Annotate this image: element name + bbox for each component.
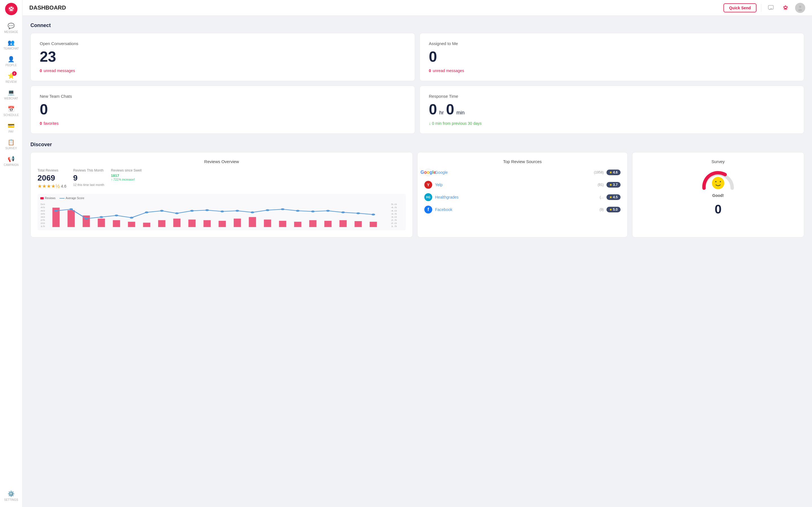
svg-text:45: 45 xyxy=(40,206,45,209)
favorites-count: 0 xyxy=(40,121,42,126)
brand-icon-button[interactable] xyxy=(780,3,791,13)
chat-icon xyxy=(768,5,774,11)
legend-reviews: Reviews xyxy=(40,196,56,200)
source-item-google: Google Google (1958) ★ 4.6 xyxy=(424,168,620,176)
open-conv-value: 23 xyxy=(40,49,406,64)
svg-rect-39 xyxy=(204,220,211,227)
svg-text:35: 35 xyxy=(40,213,45,215)
sidebar-item-schedule[interactable]: 📅SCHEDULE xyxy=(2,103,20,119)
svg-rect-36 xyxy=(158,220,165,227)
svg-rect-44 xyxy=(279,221,287,227)
yelp-logo: Y xyxy=(424,181,432,189)
source-name-facebook[interactable]: Facebook xyxy=(435,207,597,212)
team-chats-value: 0 xyxy=(40,102,406,117)
legend-pink-dot xyxy=(40,197,44,200)
sidebar-item-webchat[interactable]: 💻WEBCHAT xyxy=(2,86,20,103)
survey-label: SURVEY xyxy=(5,147,17,150)
facebook-logo: f xyxy=(424,206,432,214)
reviews-month-value: 9 xyxy=(73,173,104,182)
chat-icon-button[interactable] xyxy=(766,3,776,13)
header-divider xyxy=(761,4,761,12)
sidebar-item-message[interactable]: 💬MESSAGE xyxy=(2,20,20,36)
message-icon: 💬 xyxy=(8,22,15,29)
sidebar: 💬MESSAGE👥TEAMCHAT👤PEOPLE⭐3REVIEW💻WEBCHAT… xyxy=(0,0,22,507)
discover-grid: Reviews Overview Total Reviews 2069 ★★★★… xyxy=(31,152,804,237)
svg-point-66 xyxy=(281,208,285,210)
source-name-yelp[interactable]: Yelp xyxy=(435,182,595,187)
svg-point-11 xyxy=(799,6,801,8)
teamchat-label: TEAMCHAT xyxy=(3,47,18,50)
sidebar-item-survey[interactable]: 📋SURVEY xyxy=(2,136,20,153)
svg-point-75 xyxy=(720,181,721,182)
svg-text:3.5: 3.5 xyxy=(391,213,397,215)
rating-badge-healthgrades: ★ 4.5 xyxy=(606,194,620,200)
svg-rect-41 xyxy=(234,219,241,227)
healthgrades-logo: HG xyxy=(424,193,432,201)
legend-avg-label: Average Score xyxy=(66,196,84,200)
badge-star-icon: ★ xyxy=(609,208,612,212)
assigned-unread: 0 unread messages xyxy=(429,68,795,73)
sidebar-item-settings[interactable]: ⚙️ SETTINGS xyxy=(2,488,20,504)
teamchat-icon: 👥 xyxy=(8,39,15,46)
app-logo[interactable] xyxy=(5,3,17,15)
svg-point-62 xyxy=(220,210,224,212)
badge-star-icon: ★ xyxy=(609,195,612,199)
reviews-month-sub: 12 this time last month xyxy=(73,183,104,186)
user-avatar[interactable] xyxy=(795,3,805,13)
minutes-unit: min xyxy=(456,110,465,116)
svg-text:3.0: 3.0 xyxy=(391,216,397,218)
pay-label: PAY xyxy=(8,130,14,133)
sidebar-item-campaign[interactable]: 📢CAMPAIGN xyxy=(2,153,20,169)
quick-send-button[interactable]: Quick Send xyxy=(723,3,756,12)
svg-rect-30 xyxy=(67,210,75,227)
response-time-label: Response Time xyxy=(429,94,795,99)
total-reviews-block: Total Reviews 2069 ★★★★½ 4.6 xyxy=(38,168,66,189)
source-list: Google Google (1958) ★ 4.6 Y Yelp (91) ★… xyxy=(424,168,620,214)
legend-avg-score: Average Score xyxy=(59,196,84,200)
svg-text:1.5: 1.5 xyxy=(391,225,397,228)
assigned-unread-count: 0 xyxy=(429,68,431,73)
svg-text:25: 25 xyxy=(40,219,45,221)
open-conversations-card: Open Conversations 23 0 unread messages xyxy=(31,33,415,81)
response-change-label: min from previous 30 days xyxy=(435,121,481,126)
source-name-google[interactable]: Google xyxy=(435,170,591,175)
svg-rect-49 xyxy=(355,221,362,227)
reviews-stats: Total Reviews 2069 ★★★★½ 4.6 Reviews Thi… xyxy=(38,168,406,189)
source-count-facebook: (9) xyxy=(599,208,604,212)
svg-rect-4 xyxy=(10,9,13,11)
svg-point-58 xyxy=(160,210,163,212)
message-label: MESSAGE xyxy=(4,31,18,34)
source-item-yelp: Y Yelp (91) ★ 3.7 xyxy=(424,181,620,189)
legend-reviews-label: Reviews xyxy=(45,196,56,200)
team-chats-label: New Team Chats xyxy=(40,94,406,99)
google-logo: Google xyxy=(424,168,432,176)
svg-rect-42 xyxy=(249,217,256,227)
svg-rect-40 xyxy=(218,221,226,227)
response-change-value: 0 xyxy=(432,121,434,126)
webchat-icon: 💻 xyxy=(8,89,15,96)
gear-icon: ⚙️ xyxy=(8,490,15,497)
survey-title: Survey xyxy=(639,159,797,164)
sidebar-item-people[interactable]: 👤PEOPLE xyxy=(2,53,20,69)
response-time-change: ↓ 0 min from previous 30 days xyxy=(429,121,795,126)
svg-point-64 xyxy=(251,212,254,214)
reviews-since-swell-block: Reviews since Swell 1817 ↑ 721% increase… xyxy=(111,168,142,189)
sidebar-item-review[interactable]: ⭐3REVIEW xyxy=(2,69,20,86)
source-name-healthgrades[interactable]: Healthgrades xyxy=(435,195,597,200)
svg-point-71 xyxy=(356,212,360,214)
svg-rect-1 xyxy=(9,8,10,9)
sidebar-item-pay[interactable]: 💳PAY xyxy=(2,119,20,136)
connect-section-title: Connect xyxy=(31,22,804,29)
badge-star-icon: ★ xyxy=(609,183,612,187)
assigned-value: 0 xyxy=(429,49,795,64)
schedule-icon: 📅 xyxy=(8,106,15,112)
svg-rect-3 xyxy=(12,8,13,9)
open-conv-unread-label: unread messages xyxy=(44,68,75,73)
top-review-sources-card: Top Review Sources Google Google (1958) … xyxy=(417,152,627,237)
legend-blue-line xyxy=(59,198,64,199)
response-time-card: Response Time 0 hr 0 min ↓ 0 min from pr… xyxy=(419,86,804,134)
reviews-swell-increase: ↑ 721% increase! xyxy=(111,178,142,181)
survey-count: 0 xyxy=(715,202,721,216)
svg-rect-33 xyxy=(113,220,120,227)
sidebar-item-teamchat[interactable]: 👥TEAMCHAT xyxy=(2,36,20,53)
